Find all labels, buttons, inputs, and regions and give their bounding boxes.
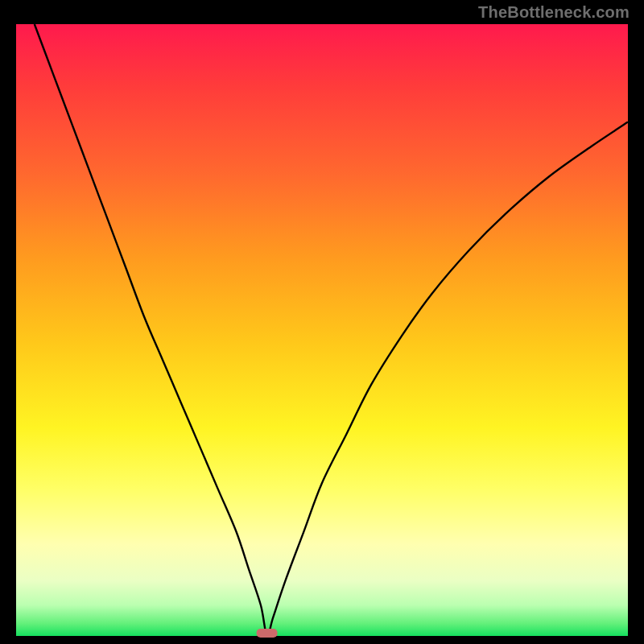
- minimum-marker: [257, 629, 278, 638]
- plot-area: [16, 24, 628, 636]
- attribution-label: TheBottleneck.com: [478, 3, 630, 22]
- bottleneck-curve: [35, 24, 628, 636]
- chart-frame: TheBottleneck.com: [0, 0, 644, 644]
- curve-layer: [16, 24, 628, 636]
